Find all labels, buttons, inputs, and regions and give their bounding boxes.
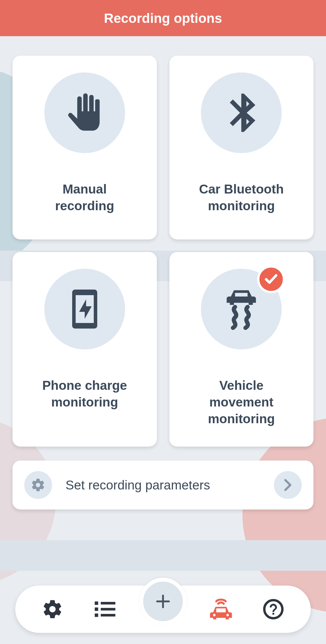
svg-rect-3 <box>95 601 98 605</box>
plus-icon <box>155 594 171 609</box>
svg-rect-4 <box>101 602 115 604</box>
nav-vehicle-button[interactable] <box>206 594 236 625</box>
phone-charge-icon <box>44 269 125 349</box>
nav-list-button[interactable] <box>90 594 120 625</box>
svg-point-10 <box>213 614 216 616</box>
svg-rect-7 <box>95 613 98 617</box>
nav-add-button[interactable] <box>139 578 187 625</box>
car-signal-icon <box>208 597 233 622</box>
chevron-right-icon <box>274 471 302 499</box>
svg-rect-8 <box>101 614 115 616</box>
set-recording-parameters-button[interactable]: Set recording parameters <box>13 461 313 510</box>
option-card-manual[interactable]: Manual recording <box>13 56 157 239</box>
option-card-movement[interactable]: Vehicle movement monitoring <box>169 252 314 447</box>
svg-rect-5 <box>95 608 98 611</box>
svg-point-12 <box>264 600 283 618</box>
gear-icon <box>42 598 64 620</box>
option-label: Vehicle movement monitoring <box>208 377 275 427</box>
bluetooth-icon <box>201 72 282 153</box>
nav-help-button[interactable] <box>258 594 289 625</box>
header-bar: Recording options <box>0 0 326 36</box>
help-icon <box>262 598 284 620</box>
svg-rect-6 <box>101 608 115 610</box>
option-card-charge[interactable]: Phone charge monitoring <box>13 252 157 447</box>
settings-row-label: Set recording parameters <box>65 478 261 493</box>
bg-decor <box>0 540 326 571</box>
bottom-nav <box>15 586 311 633</box>
option-label: Manual recording <box>55 181 114 214</box>
svg-point-11 <box>226 614 229 616</box>
option-label: Phone charge monitoring <box>42 377 127 411</box>
page-title: Recording options <box>104 11 222 26</box>
svg-rect-9 <box>216 608 226 612</box>
option-card-bluetooth[interactable]: Car Bluetooth monitoring <box>169 56 314 239</box>
selected-check-icon <box>257 265 285 293</box>
car-skid-icon <box>201 269 282 349</box>
nav-settings-button[interactable] <box>37 594 68 625</box>
list-icon <box>95 601 115 618</box>
svg-rect-2 <box>235 293 248 297</box>
option-label: Car Bluetooth monitoring <box>199 181 284 214</box>
gear-icon <box>24 471 52 499</box>
hand-icon <box>44 72 125 153</box>
